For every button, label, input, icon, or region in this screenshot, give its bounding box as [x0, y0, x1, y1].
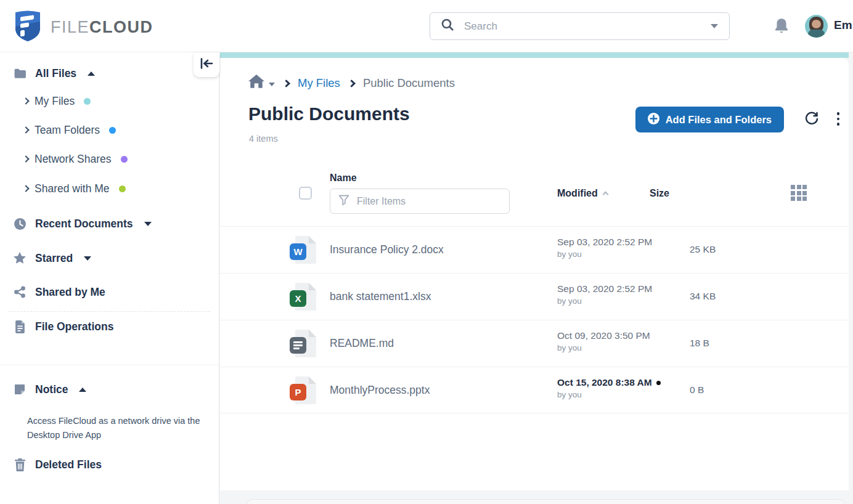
chevron-right-icon[interactable]: [22, 185, 29, 192]
column-header-name[interactable]: Name: [330, 173, 357, 184]
sort-ascending-icon: [602, 192, 608, 198]
file-row-insurance-policy[interactable]: W Insurance Policy 2.docx Sep 03, 2020 2…: [220, 226, 849, 273]
sidebar-divider: [9, 311, 210, 312]
content-top-accent-bar: [220, 52, 849, 58]
notifications-bell-icon[interactable]: [773, 17, 790, 35]
file-row-bank-statement[interactable]: X bank statement1.xlsx Sep 03, 2020 2:52…: [220, 273, 849, 320]
file-row-monthly-process[interactable]: P MonthlyProcess.pptx Oct 15, 2020 8:38 …: [220, 367, 849, 413]
more-options-button[interactable]: [833, 110, 844, 128]
file-modified: Oct 15, 2020 8:38 AM by you: [557, 377, 661, 399]
column-header-size[interactable]: Size: [650, 188, 669, 199]
filter-funnel-icon: [338, 195, 349, 208]
filecloud-shield-icon: [14, 10, 42, 44]
sidebar-item-team-folders[interactable]: Team Folders: [23, 121, 116, 139]
file-modified: Sep 03, 2020 2:52 PM by you: [557, 283, 652, 306]
trash-icon: [13, 458, 27, 471]
chevron-right-icon[interactable]: [22, 97, 29, 104]
expand-caret-icon[interactable]: [144, 222, 152, 226]
clock-icon: [13, 217, 27, 230]
file-modified: Sep 03, 2020 2:52 PM by you: [557, 237, 652, 259]
share-icon: [13, 285, 27, 299]
collapse-caret-icon[interactable]: [88, 71, 95, 76]
file-size: 0 B: [690, 384, 704, 396]
breadcrumb-separator-icon: [348, 79, 356, 87]
powerpoint-file-icon: P: [290, 376, 317, 405]
sidebar-collapse-button[interactable]: [194, 52, 219, 77]
bottom-panel: [247, 499, 845, 504]
search-input[interactable]: [464, 20, 701, 33]
chevron-right-icon[interactable]: [22, 155, 29, 162]
grid-view-toggle-icon[interactable]: [791, 185, 807, 201]
my-files-status-dot: [84, 98, 91, 105]
notice-icon: [13, 383, 27, 396]
add-files-button-label: Add Files and Folders: [666, 114, 772, 126]
file-name[interactable]: bank statement1.xlsx: [330, 290, 431, 303]
search-scope-caret-icon[interactable]: [711, 24, 718, 28]
file-modified: Oct 09, 2020 3:50 PM by you: [557, 330, 650, 352]
sidebar-item-all-files[interactable]: All Files: [13, 65, 95, 82]
file-name[interactable]: Insurance Policy 2.docx: [330, 243, 444, 256]
file-name[interactable]: README.md: [330, 337, 394, 350]
sidebar: All Files My Files Team Folders Network …: [0, 52, 219, 504]
sidebar-item-file-operations[interactable]: File Operations: [13, 318, 113, 335]
breadcrumb-home[interactable]: [248, 75, 275, 92]
home-icon: [248, 75, 264, 92]
sidebar-item-shared-with-me[interactable]: Shared with Me: [23, 180, 126, 197]
shared-with-me-status-dot: [119, 185, 126, 192]
refresh-button[interactable]: [803, 110, 820, 128]
star-icon: [13, 251, 27, 265]
page-title: Public Documents: [248, 104, 410, 124]
network-shares-status-dot: [121, 156, 128, 163]
filecloud-logo[interactable]: FILECLOUD: [14, 10, 153, 44]
file-size: 34 KB: [690, 291, 716, 302]
column-header-modified[interactable]: Modified: [557, 188, 608, 199]
folder-icon: [13, 67, 27, 80]
main-area: My Files Public Documents Public Documen…: [219, 52, 853, 504]
file-size: 18 B: [690, 338, 709, 349]
team-folders-status-dot: [109, 127, 116, 134]
breadcrumb-my-files[interactable]: My Files: [298, 76, 340, 90]
sidebar-item-notice[interactable]: Notice: [13, 381, 86, 398]
file-operations-icon: [13, 320, 27, 333]
top-header: FILECLOUD Em: [0, 0, 853, 52]
sidebar-item-my-files[interactable]: My Files: [23, 92, 91, 110]
breadcrumb: My Files Public Documents: [248, 75, 455, 91]
breadcrumb-current: Public Documents: [363, 76, 455, 90]
word-file-icon: W: [290, 236, 317, 264]
sidebar-item-shared-by-me[interactable]: Shared by Me: [13, 283, 105, 301]
notice-text: Access FileCloud as a network drive via …: [27, 414, 207, 442]
filter-items-box: [330, 189, 510, 214]
search-icon: [441, 18, 454, 34]
breadcrumb-separator-icon: [282, 79, 290, 87]
item-count: 4 items: [249, 134, 278, 144]
sidebar-item-label: All Files: [35, 67, 76, 80]
filter-items-input[interactable]: [357, 196, 501, 207]
sidebar-item-recent-documents[interactable]: Recent Documents: [13, 215, 152, 232]
expand-caret-icon[interactable]: [84, 256, 91, 261]
home-caret-icon[interactable]: [269, 83, 275, 86]
user-name[interactable]: Em: [834, 18, 852, 32]
sidebar-item-deleted-files[interactable]: Deleted Files: [13, 456, 102, 473]
excel-file-icon: X: [290, 283, 317, 311]
file-row-readme[interactable]: README.md Oct 09, 2020 3:50 PM by you 18…: [220, 320, 849, 367]
file-explorer-panel: My Files Public Documents Public Documen…: [220, 58, 849, 490]
markdown-file-icon: [290, 330, 317, 358]
file-size: 25 KB: [690, 244, 716, 255]
collapse-sidebar-icon: [200, 58, 213, 71]
add-files-button[interactable]: Add Files and Folders: [635, 107, 784, 132]
global-search: [430, 12, 730, 40]
chevron-right-icon[interactable]: [22, 126, 29, 133]
file-name[interactable]: MonthlyProcess.pptx: [330, 384, 430, 397]
sidebar-item-network-shares[interactable]: Network Shares: [23, 150, 128, 168]
collapse-caret-icon[interactable]: [79, 388, 86, 392]
sidebar-item-starred[interactable]: Starred: [13, 250, 91, 267]
filecloud-wordmark: FILECLOUD: [51, 18, 153, 37]
sidebar-divider: [0, 365, 219, 365]
user-avatar[interactable]: [805, 15, 828, 38]
plus-circle-icon: [648, 113, 659, 127]
file-list: W Insurance Policy 2.docx Sep 03, 2020 2…: [220, 226, 849, 413]
select-all-checkbox[interactable]: [299, 187, 312, 200]
recent-change-dot: [656, 381, 661, 385]
